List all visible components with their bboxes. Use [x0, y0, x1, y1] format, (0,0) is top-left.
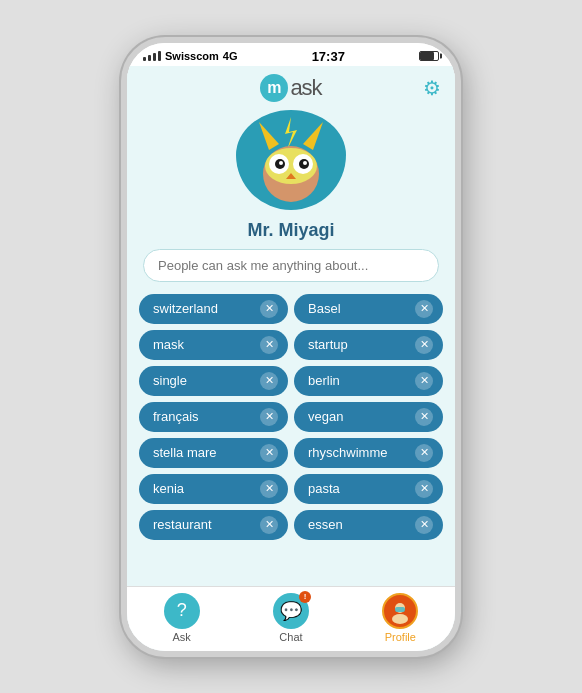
tag-label: single [153, 373, 254, 388]
svg-point-10 [303, 161, 307, 165]
tag-label: restaurant [153, 517, 254, 532]
chat-label: Chat [279, 631, 302, 643]
svg-point-9 [279, 161, 283, 165]
ask-icon: ? [164, 593, 200, 629]
tag-label: berlin [308, 373, 409, 388]
network-label: 4G [223, 50, 238, 62]
time-label: 17:37 [312, 49, 345, 64]
tag-remove-button[interactable]: ✕ [415, 300, 433, 318]
app-content: m ask ⚙ [127, 66, 455, 651]
search-container [127, 249, 455, 290]
chat-badge: ! [299, 591, 311, 603]
tag-label: stella mare [153, 445, 254, 460]
tag-label: français [153, 409, 254, 424]
tag-remove-button[interactable]: ✕ [260, 516, 278, 534]
ask-label: Ask [172, 631, 190, 643]
svg-point-13 [392, 614, 408, 624]
tag-remove-button[interactable]: ✕ [415, 372, 433, 390]
status-bar: Swisscom 4G 17:37 [127, 43, 455, 66]
nav-item-chat[interactable]: 💬 ! Chat [236, 587, 345, 651]
tag-remove-button[interactable]: ✕ [260, 408, 278, 426]
tag-item: stella mare ✕ [139, 438, 288, 468]
logo-text: ask [290, 75, 321, 101]
tag-label: startup [308, 337, 409, 352]
logo: m ask [260, 74, 321, 102]
tag-item: pasta ✕ [294, 474, 443, 504]
tag-remove-button[interactable]: ✕ [415, 516, 433, 534]
nav-item-ask[interactable]: ? Ask [127, 587, 236, 651]
tag-remove-button[interactable]: ✕ [415, 480, 433, 498]
tag-item: rhyschwimme ✕ [294, 438, 443, 468]
nav-item-profile[interactable]: Profile [346, 587, 455, 651]
tag-item: single ✕ [139, 366, 288, 396]
carrier-label: Swisscom [165, 50, 219, 62]
battery-icon [419, 51, 439, 61]
tag-item: essen ✕ [294, 510, 443, 540]
tag-label: vegan [308, 409, 409, 424]
avatar-bubble [236, 110, 346, 210]
tag-label: kenia [153, 481, 254, 496]
svg-marker-0 [259, 122, 279, 150]
avatar-section: Mr. Miyagi [127, 106, 455, 249]
chat-icon: 💬 ! [273, 593, 309, 629]
tag-label: pasta [308, 481, 409, 496]
tag-item: Basel ✕ [294, 294, 443, 324]
phone-frame: Swisscom 4G 17:37 m ask ⚙ [121, 37, 461, 657]
svg-marker-1 [303, 122, 323, 150]
status-right [419, 51, 439, 61]
tag-item: vegan ✕ [294, 402, 443, 432]
tag-remove-button[interactable]: ✕ [415, 444, 433, 462]
settings-icon[interactable]: ⚙ [423, 76, 441, 100]
tags-container: switzerland ✕ Basel ✕ mask ✕ startup ✕ s… [127, 290, 455, 586]
tag-item: startup ✕ [294, 330, 443, 360]
user-name: Mr. Miyagi [247, 220, 334, 241]
tag-remove-button[interactable]: ✕ [260, 336, 278, 354]
tag-label: rhyschwimme [308, 445, 409, 460]
tags-grid: switzerland ✕ Basel ✕ mask ✕ startup ✕ s… [139, 294, 443, 540]
tag-item: mask ✕ [139, 330, 288, 360]
profile-label: Profile [385, 631, 416, 643]
tag-label: switzerland [153, 301, 254, 316]
tag-label: essen [308, 517, 409, 532]
tag-remove-button[interactable]: ✕ [260, 300, 278, 318]
app-header: m ask ⚙ [127, 66, 455, 106]
tag-label: Basel [308, 301, 409, 316]
tag-item: berlin ✕ [294, 366, 443, 396]
profile-icon [382, 593, 418, 629]
svg-rect-14 [395, 607, 405, 612]
svg-marker-2 [285, 117, 297, 150]
tag-item: switzerland ✕ [139, 294, 288, 324]
topic-search-input[interactable] [143, 249, 439, 282]
logo-m: m [260, 74, 288, 102]
status-left: Swisscom 4G [143, 50, 238, 62]
owl-avatar [241, 112, 341, 207]
signal-icon [143, 51, 161, 61]
tag-remove-button[interactable]: ✕ [260, 444, 278, 462]
tag-remove-button[interactable]: ✕ [415, 408, 433, 426]
tag-item: restaurant ✕ [139, 510, 288, 540]
bottom-nav: ? Ask 💬 ! Chat Pr [127, 586, 455, 651]
tag-item: kenia ✕ [139, 474, 288, 504]
tag-item: français ✕ [139, 402, 288, 432]
tag-remove-button[interactable]: ✕ [260, 372, 278, 390]
tag-remove-button[interactable]: ✕ [260, 480, 278, 498]
tag-remove-button[interactable]: ✕ [415, 336, 433, 354]
tag-label: mask [153, 337, 254, 352]
